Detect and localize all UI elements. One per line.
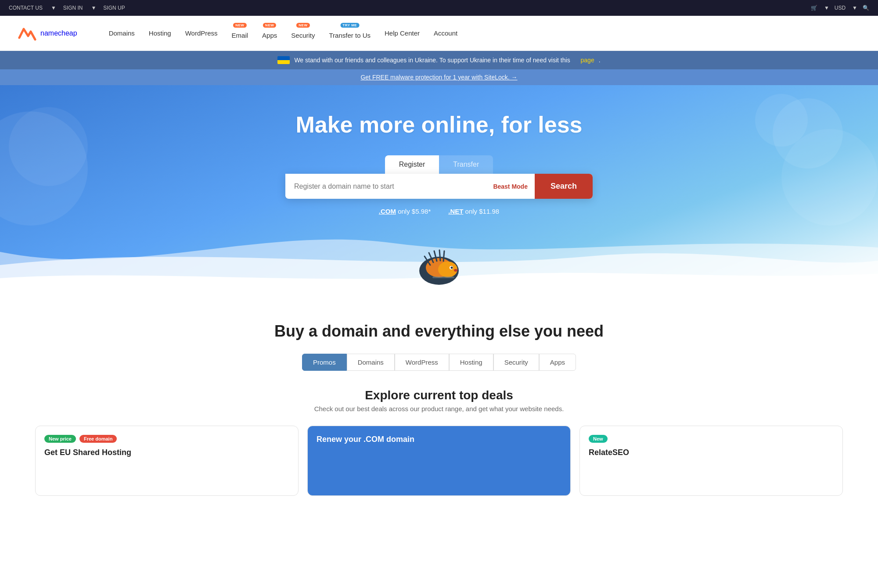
transfer-tryme-badge: TRY ME xyxy=(340,23,359,28)
deal-title-2: Renew your .COM domain xyxy=(317,435,561,444)
svg-line-6 xyxy=(425,256,430,265)
nav-account[interactable]: Account xyxy=(428,26,463,40)
svg-line-8 xyxy=(434,251,437,261)
beast-mode-button[interactable]: Beast Mode xyxy=(486,183,535,190)
ukraine-banner: We stand with our friends and colleagues… xyxy=(0,51,878,69)
com-pricing[interactable]: .COM only $5.98* xyxy=(379,208,431,215)
svg-line-7 xyxy=(429,253,433,262)
deal-card-2[interactable]: Renew your .COM domain xyxy=(307,426,571,496)
hedgehog-mascot xyxy=(406,238,472,288)
promo-banner: Get FREE malware protection for 1 year w… xyxy=(0,69,878,85)
net-price: only $11.98 xyxy=(465,208,500,215)
nav-wordpress[interactable]: WordPress xyxy=(180,26,223,40)
bottom-section: Buy a domain and everything else you nee… xyxy=(0,296,878,531)
deal-title-3: RelateSEO xyxy=(589,448,834,457)
cat-tab-domains[interactable]: Domains xyxy=(347,354,395,371)
security-new-badge: NEW xyxy=(296,23,309,28)
cart-icon[interactable]: 🛒 xyxy=(811,5,817,11)
top-bar-right: 🛒 ▼ USD ▼ 🔍 xyxy=(811,5,869,11)
deal-card-1[interactable]: New price Free domain Get EU Shared Host… xyxy=(35,426,299,496)
deal-title-1: Get EU Shared Hosting xyxy=(44,448,289,457)
category-tabs: Promos Domains WordPress Hosting Securit… xyxy=(18,354,860,371)
sign-up-link[interactable]: SIGN UP xyxy=(103,5,125,11)
deals-subtext: Check out our best deals across our prod… xyxy=(35,405,843,412)
cat-tab-security[interactable]: Security xyxy=(493,354,539,371)
tab-transfer[interactable]: Transfer xyxy=(439,155,493,174)
tab-register[interactable]: Register xyxy=(385,155,439,174)
nav-domains[interactable]: Domains xyxy=(104,26,140,40)
deco-circle-3 xyxy=(9,107,88,186)
svg-line-10 xyxy=(443,251,444,261)
badge-new-price: New price xyxy=(44,435,76,443)
email-new-badge: NEW xyxy=(233,23,246,28)
search-box: Beast Mode Search xyxy=(285,174,593,199)
svg-rect-11 xyxy=(432,276,454,278)
com-price: only $5.98* xyxy=(398,208,431,215)
signin-dropdown-arrow: ▼ xyxy=(91,5,96,11)
deal-badges-1: New price Free domain xyxy=(44,435,289,443)
deals-heading: Explore current top deals xyxy=(35,388,843,402)
ukraine-period: . xyxy=(599,57,601,64)
net-link[interactable]: .NET xyxy=(448,208,463,215)
svg-line-9 xyxy=(439,250,440,261)
cart-dropdown-arrow: ▼ xyxy=(824,5,829,11)
deal-card-1-inner: New price Free domain Get EU Shared Host… xyxy=(36,426,298,466)
promo-link[interactable]: Get FREE malware protection for 1 year w… xyxy=(360,74,517,81)
main-nav: namecheap Domains Hosting WordPress NEW … xyxy=(0,16,878,51)
deal-card-2-inner: Renew your .COM domain xyxy=(308,426,570,453)
deal-card-3[interactable]: New RelateSEO xyxy=(579,426,843,496)
nav-apps[interactable]: NEW Apps xyxy=(257,24,282,43)
deal-badges-3: New xyxy=(589,435,834,443)
nav-help[interactable]: Help Center xyxy=(379,26,425,40)
contact-us-link[interactable]: CONTACT US xyxy=(9,5,43,11)
deal-card-3-inner: New RelateSEO xyxy=(580,426,842,466)
search-button[interactable]: Search xyxy=(535,174,593,199)
domain-pricing: .COM only $5.98* .NET only $11.98 xyxy=(379,208,499,215)
search-icon[interactable]: 🔍 xyxy=(863,5,869,11)
deals-section: Explore current top deals Check out our … xyxy=(18,388,860,513)
svg-point-0 xyxy=(419,257,459,285)
svg-point-1 xyxy=(426,258,452,277)
svg-point-4 xyxy=(451,267,453,269)
domain-search-input[interactable] xyxy=(285,175,486,198)
hero-section: Make more online, for less Register Tran… xyxy=(0,85,878,296)
nav-security[interactable]: NEW Security xyxy=(286,24,320,43)
deals-header: Explore current top deals Check out our … xyxy=(35,388,843,412)
badge-new-teal: New xyxy=(589,435,608,443)
logo[interactable]: namecheap xyxy=(18,25,77,41)
svg-point-2 xyxy=(438,262,457,277)
com-link[interactable]: .COM xyxy=(379,208,396,215)
apps-new-badge: NEW xyxy=(263,23,276,28)
currency-dropdown-arrow: ▼ xyxy=(852,5,857,11)
ukraine-link[interactable]: page xyxy=(581,57,594,64)
nav-hosting[interactable]: Hosting xyxy=(144,26,176,40)
nav-email[interactable]: NEW Email xyxy=(227,24,254,43)
deals-grid: New price Free domain Get EU Shared Host… xyxy=(35,426,843,496)
contact-dropdown-arrow: ▼ xyxy=(51,5,56,11)
hero-tabs: Register Transfer xyxy=(385,155,493,174)
top-bar-left: CONTACT US▼ SIGN IN▼ SIGN UP xyxy=(9,5,125,11)
ukraine-text: We stand with our friends and colleagues… xyxy=(294,57,570,64)
cat-tab-promos[interactable]: Promos xyxy=(302,354,347,371)
cat-tab-wordpress[interactable]: WordPress xyxy=(395,354,449,371)
svg-point-3 xyxy=(450,266,453,269)
ukraine-flag xyxy=(277,56,290,64)
cat-tab-hosting[interactable]: Hosting xyxy=(449,354,493,371)
badge-free-domain: Free domain xyxy=(79,435,117,443)
currency-selector[interactable]: USD xyxy=(835,5,846,11)
buy-heading: Buy a domain and everything else you nee… xyxy=(18,322,860,341)
nav-transfer[interactable]: TRY ME Transfer to Us xyxy=(324,24,376,43)
svg-point-5 xyxy=(454,269,457,272)
logo-svg xyxy=(18,25,37,41)
sign-in-link[interactable]: SIGN IN xyxy=(63,5,83,11)
logo-text: namecheap xyxy=(40,29,77,37)
top-bar: CONTACT US▼ SIGN IN▼ SIGN UP 🛒 ▼ USD ▼ 🔍 xyxy=(0,0,878,16)
net-pricing[interactable]: .NET only $11.98 xyxy=(448,208,499,215)
hero-headline: Make more online, for less xyxy=(295,111,582,138)
deco-circle-2 xyxy=(781,129,878,226)
cat-tab-apps[interactable]: Apps xyxy=(539,354,576,371)
nav-links: Domains Hosting WordPress NEW Email NEW … xyxy=(104,24,860,43)
